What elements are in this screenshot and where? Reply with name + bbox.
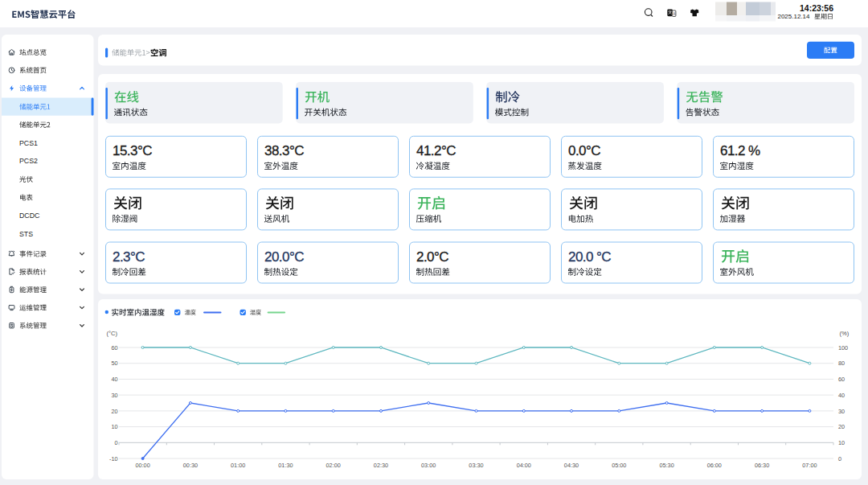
svg-text:20: 20 [111, 408, 117, 415]
svg-text:61.2 %: 61.2 % [720, 143, 760, 158]
svg-text:00:30: 00:30 [183, 462, 198, 469]
svg-text:2.3°C: 2.3°C [113, 249, 145, 265]
svg-text:60: 60 [111, 344, 117, 351]
svg-text:0: 0 [838, 455, 841, 462]
svg-text:03:00: 03:00 [421, 462, 436, 469]
svg-text:(°C): (°C) [107, 330, 118, 337]
svg-text:15.3°C: 15.3°C [113, 143, 152, 158]
svg-text:05:30: 05:30 [659, 462, 674, 469]
svg-text:0.0°C: 0.0°C [568, 143, 600, 158]
svg-text:01:30: 01:30 [278, 462, 293, 469]
svg-text:60: 60 [838, 376, 845, 383]
svg-text:02:00: 02:00 [326, 462, 341, 469]
svg-text:20.0°C: 20.0°C [264, 249, 304, 265]
svg-text:30: 30 [838, 408, 845, 415]
svg-text:PCS1: PCS1 [19, 139, 38, 147]
svg-text:38.3°C: 38.3°C [264, 143, 304, 158]
svg-text:10: 10 [838, 439, 845, 446]
svg-text:STS: STS [19, 230, 33, 238]
svg-text:06:00: 06:00 [707, 462, 722, 469]
svg-text:01:00: 01:00 [231, 462, 245, 469]
svg-text:DCDC: DCDC [19, 212, 40, 220]
svg-text:100: 100 [838, 344, 848, 351]
svg-text:20.0 °C: 20.0 °C [568, 249, 611, 265]
svg-text:40: 40 [838, 392, 845, 399]
svg-text:41.2°C: 41.2°C [416, 143, 456, 158]
svg-text:2025.12.14: 2025.12.14 [777, 13, 810, 20]
svg-text:04:00: 04:00 [517, 462, 531, 469]
svg-text:06:30: 06:30 [755, 462, 769, 469]
svg-text:50: 50 [111, 360, 117, 367]
svg-text:02:30: 02:30 [374, 462, 388, 469]
svg-text:40: 40 [111, 376, 117, 383]
svg-text:07:00: 07:00 [802, 462, 817, 469]
svg-text:0: 0 [114, 439, 117, 446]
svg-text:20: 20 [838, 423, 845, 430]
svg-text:05:00: 05:00 [612, 462, 626, 469]
svg-text:04:30: 04:30 [564, 462, 579, 469]
svg-text:30: 30 [111, 392, 117, 399]
svg-text:03:30: 03:30 [469, 462, 483, 469]
svg-text:14:23:56: 14:23:56 [800, 3, 833, 13]
svg-text:80: 80 [838, 360, 845, 367]
svg-text:00:00: 00:00 [135, 462, 149, 469]
svg-text:PCS2: PCS2 [19, 157, 38, 165]
svg-text:(%): (%) [840, 330, 850, 337]
svg-text:2.0°C: 2.0°C [416, 249, 448, 265]
svg-text:-10: -10 [109, 455, 118, 462]
svg-text:10: 10 [111, 423, 117, 430]
